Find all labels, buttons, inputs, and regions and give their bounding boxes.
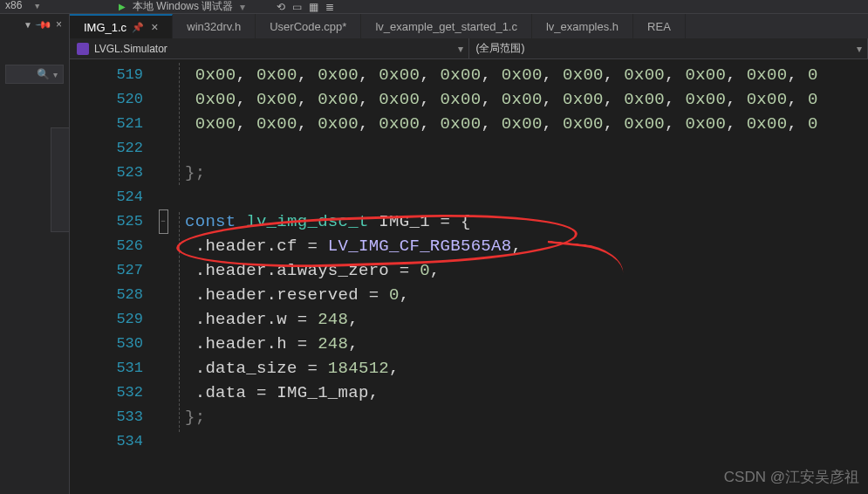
toolbar-icon[interactable]: ▭	[292, 1, 302, 13]
project-icon	[77, 43, 89, 55]
search-icon: 🔍	[37, 68, 50, 80]
play-icon[interactable]: ▶	[119, 2, 126, 11]
chevron-down-icon: ▾	[458, 43, 463, 55]
tab-img-1-c[interactable]: IMG_1.c📌×	[70, 14, 173, 38]
tab-usercode-cpp-[interactable]: UserCode.cpp*	[256, 14, 361, 38]
side-panel: ▼ 📌 × 🔍 ▾	[0, 14, 70, 494]
debugger-selector[interactable]: 本地 Windows 调试器	[133, 0, 233, 14]
tab-lv-examples-h[interactable]: lv_examples.h	[532, 14, 633, 38]
chevron-down-icon: ▾	[857, 43, 862, 55]
search-input[interactable]: 🔍 ▾	[5, 65, 64, 84]
fold-toggle[interactable]: −	[159, 209, 168, 234]
toolbar-icon[interactable]: ▦	[309, 1, 318, 13]
collapsed-panel-tab[interactable]	[51, 127, 70, 232]
line-numbers: 5195205215225235245255265275285295305315…	[96, 59, 152, 494]
code-editor[interactable]: 5195205215225235245255265275285295305315…	[70, 59, 868, 494]
top-toolbar: ▶ 本地 Windows 调试器 ▾ ⟲ ▭ ▦ ≣	[0, 0, 868, 14]
platform-selector[interactable]: x86	[5, 0, 22, 11]
tab-rea[interactable]: REA	[633, 14, 686, 38]
toolbar-icon[interactable]: ⟲	[277, 1, 285, 13]
toolbar-icon[interactable]: ≣	[325, 1, 334, 13]
pin-icon[interactable]: 📌	[35, 16, 53, 34]
pin-icon[interactable]: 📌	[132, 22, 144, 33]
fold-column[interactable]: −	[152, 59, 174, 494]
chevron-down-icon[interactable]: ▼	[24, 20, 32, 30]
nav-scope-selector[interactable]: LVGL.Simulator ▾	[70, 38, 469, 58]
close-icon[interactable]: ×	[56, 18, 62, 31]
chevron-down-icon: ▼	[35, 3, 39, 11]
tab-lv-example-get-started-1-c[interactable]: lv_example_get_started_1.c	[361, 14, 532, 38]
code-content[interactable]: 0x00, 0x00, 0x00, 0x00, 0x00, 0x00, 0x00…	[185, 59, 868, 494]
nav-member-selector[interactable]: (全局范围) ▾	[469, 38, 869, 58]
watermark: CSDN @江安吴彦祖	[724, 467, 859, 487]
tab-win32drv-h[interactable]: win32drv.h	[173, 14, 256, 38]
close-icon[interactable]: ×	[151, 20, 158, 34]
document-tabs: IMG_1.c📌×win32drv.hUserCode.cpp*lv_examp…	[70, 14, 868, 38]
nav-bar: LVGL.Simulator ▾ (全局范围) ▾	[70, 38, 868, 59]
